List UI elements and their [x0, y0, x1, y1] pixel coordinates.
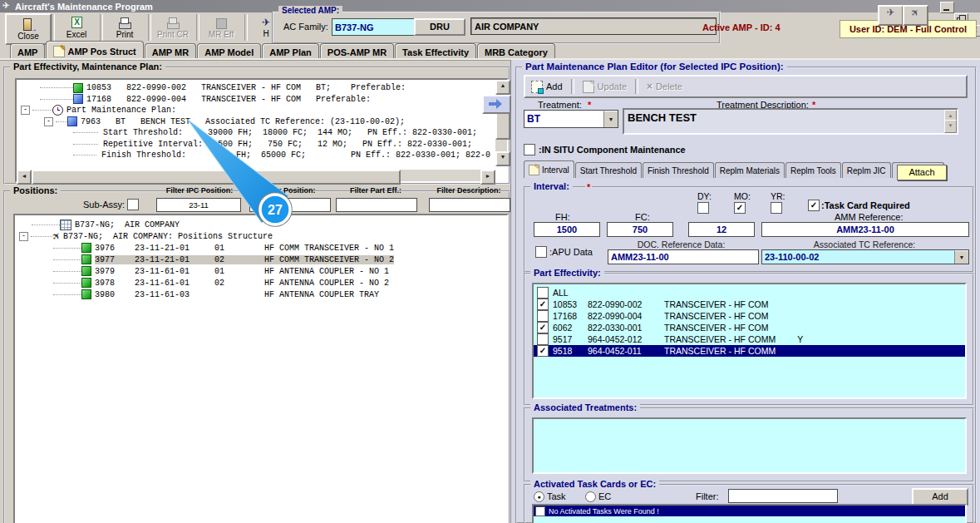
- associated-treatments-list[interactable]: [532, 417, 967, 474]
- printer-cr-icon: [165, 17, 180, 29]
- tab-start-threshold[interactable]: Start Threshold: [575, 162, 642, 178]
- filter-ipc-input[interactable]: 23-11: [156, 198, 241, 212]
- tree-row[interactable]: Finish Threshold: 000 FH; 65000 FC; PN E…: [18, 150, 490, 161]
- filter-position-input[interactable]: [249, 198, 331, 212]
- tab-mrb-category[interactable]: MRB Category: [477, 43, 555, 60]
- task-filter-input[interactable]: [728, 489, 838, 503]
- item-checkbox[interactable]: ✓: [537, 345, 549, 357]
- scrollbar-thumb[interactable]: [32, 170, 401, 185]
- list-item-selected[interactable]: ✓ 9518 964-0452-011 TRANSCEIVER - HF COM…: [534, 345, 965, 357]
- mo-input[interactable]: 12: [688, 222, 755, 237]
- plane-tool-button-1[interactable]: ✈: [878, 5, 904, 26]
- item-checkbox[interactable]: [537, 287, 549, 299]
- treatment-description-box[interactable]: BENCH TEST ▲ ▼: [623, 108, 958, 135]
- tab-amp-mr[interactable]: AMP MR: [145, 43, 196, 60]
- tree-row[interactable]: 3979 23-11-61-01 01 HF ANTENNA COUPLER -…: [17, 265, 502, 277]
- collapse-toggle[interactable]: -: [21, 106, 30, 115]
- tab-interval[interactable]: Interval: [524, 160, 574, 178]
- filter-part-eff-input[interactable]: [336, 198, 417, 212]
- tab-replm-tools[interactable]: Replm Tools: [785, 162, 841, 178]
- sub-assy-checkbox[interactable]: [127, 199, 139, 210]
- blue-cube-icon: [73, 94, 83, 104]
- list-item[interactable]: 9517 964-0452-012 TRANSCEIVER - HF COMM …: [534, 333, 965, 345]
- item-checkbox[interactable]: [537, 333, 549, 345]
- item-checkbox[interactable]: [535, 506, 545, 516]
- tab-task-effectivity[interactable]: Task Effectivity: [395, 43, 476, 60]
- task-card-required-checkbox[interactable]: ✓: [808, 200, 820, 211]
- update-page-icon: [583, 81, 594, 93]
- collapse-toggle[interactable]: -: [19, 232, 28, 241]
- list-item[interactable]: ✓ 6062 822-0330-001 TRANSCEIVER - HF COM: [534, 322, 965, 333]
- tree-row[interactable]: Start Threshold: 39000 FH; 18000 FC; 144…: [18, 127, 490, 139]
- scroll-right-icon[interactable]: ►: [480, 170, 495, 185]
- positions-tree[interactable]: B737-NG; AIR COMPANY - ✈ B737-NG; AIR CO…: [13, 214, 509, 523]
- tab-replm-materials[interactable]: Replm Materials: [715, 162, 785, 178]
- horizontal-scrollbar[interactable]: ◄ ►: [17, 170, 495, 181]
- item-checkbox[interactable]: ✓: [537, 322, 549, 333]
- collapse-toggle[interactable]: -: [44, 117, 53, 126]
- tree-row[interactable]: 3980 23-11-61-03 HF ANTENNA COUPLER TRAY: [17, 289, 502, 300]
- selected-amp-group: Selected AMP: AC Family: B737-NG ▼ DRU A…: [272, 11, 721, 44]
- part-plan-tree[interactable]: 10853 822-0990-002 TRANSCEIVER - HF COM …: [15, 78, 509, 183]
- chevron-down-icon[interactable]: ▼: [603, 111, 618, 127]
- mo-checkbox[interactable]: ✓: [734, 202, 746, 214]
- tree-row[interactable]: 3976 23-11-21-01 01 HF COMM TRANSCEIVER …: [17, 242, 502, 254]
- list-item[interactable]: ALL: [534, 287, 965, 299]
- yr-checkbox[interactable]: [771, 202, 782, 214]
- part-effectivity-list[interactable]: ALL ✓ 10853 822-0990-002 TRANSCEIVER - H…: [532, 283, 967, 399]
- treatment-combo[interactable]: BT ▼: [524, 110, 618, 128]
- part-plan-group: Part Effectivity, Maintenance Plan: 1085…: [3, 67, 510, 185]
- list-item[interactable]: ✓ 10853 822-0990-002 TRANSCEIVER - HF CO…: [534, 299, 965, 310]
- tree-row[interactable]: 10853 822-0990-002 TRANSCEIVER - HF COM …: [18, 82, 490, 94]
- dy-checkbox[interactable]: [697, 202, 709, 214]
- scroll-left-icon[interactable]: ◄: [17, 170, 32, 185]
- vertical-scrollbar[interactable]: ▲ ▼: [495, 80, 507, 166]
- print-button[interactable]: Print: [103, 13, 146, 42]
- chevron-down-icon[interactable]: ▼: [954, 250, 968, 264]
- scroll-down-icon[interactable]: ▼: [944, 120, 957, 133]
- amm-reference-input[interactable]: AMM23-11-00: [761, 222, 969, 237]
- interval-title: Interval:: [530, 181, 573, 191]
- tab-amp-plan[interactable]: AMP Plan: [262, 43, 319, 60]
- associated-tc-combo[interactable]: 23-110-00-02 ▼: [761, 249, 969, 264]
- positions-title: Positions:: [10, 185, 61, 195]
- ec-radio[interactable]: [585, 491, 596, 502]
- tree-row[interactable]: B737-NG; AIR COMPANY: [17, 219, 502, 230]
- tree-row[interactable]: - ✈ B737-NG; AIR COMPANY: Positions Stru…: [17, 230, 502, 242]
- tree-row[interactable]: 17168 822-0990-004 TRANSCEIVER - HF COM …: [18, 94, 490, 106]
- tab-amp[interactable]: AMP: [10, 43, 45, 60]
- task-add-button[interactable]: Add: [912, 488, 968, 506]
- tab-replm-jic[interactable]: Replm JIC: [842, 162, 891, 178]
- task-radio[interactable]: ●: [534, 491, 544, 502]
- tab-amp-pos-struct[interactable]: AMP Pos Struct: [46, 41, 143, 60]
- apu-data-checkbox[interactable]: [535, 246, 547, 258]
- scroll-down-icon[interactable]: ▼: [495, 151, 510, 166]
- minimize-button[interactable]: [940, 2, 954, 13]
- tab-pos-amp-mr[interactable]: POS-AMP MR: [320, 43, 394, 60]
- list-item[interactable]: 17168 822-0990-004 TRANSCEIVER - HF COM: [534, 310, 965, 322]
- plane-tool-button-2[interactable]: ✈: [903, 5, 928, 26]
- tab-finish-threshold[interactable]: Finish Threshold: [643, 162, 714, 178]
- tree-row[interactable]: - 7963 BT BENCH TEST Associated TC Refer…: [18, 116, 490, 128]
- dru-button[interactable]: DRU: [414, 18, 465, 36]
- attach-button[interactable]: Attach: [897, 165, 947, 180]
- tab-amp-model[interactable]: AMP Model: [197, 43, 261, 60]
- task-cards-list[interactable]: No Activated Tasks Were Found !: [532, 504, 967, 523]
- close-button[interactable]: Close: [5, 13, 52, 45]
- tree-row[interactable]: Repetitive Interval: 1500 FH; 750 FC; 12…: [18, 139, 490, 150]
- doc-reference-input[interactable]: AMM23-11-00: [608, 249, 759, 264]
- fh-input[interactable]: 1500: [534, 222, 600, 237]
- tree-row[interactable]: - Part Maintenance Plan:: [18, 105, 490, 116]
- item-checkbox[interactable]: ✓: [537, 299, 549, 310]
- filter-description-input[interactable]: [429, 198, 510, 212]
- fc-input[interactable]: 750: [607, 222, 673, 237]
- scroll-up-icon[interactable]: ▲: [495, 80, 510, 95]
- collapse-panel-arrow-button[interactable]: [482, 95, 511, 114]
- excel-icon: [69, 17, 84, 29]
- add-button[interactable]: Add: [525, 81, 569, 93]
- insitu-checkbox[interactable]: [524, 144, 535, 155]
- item-checkbox[interactable]: [537, 310, 549, 322]
- tree-row[interactable]: 3978 23-11-61-01 02 HF ANTENNA COUPLER -…: [17, 277, 502, 289]
- tree-row[interactable]: 3977 23-11-21-01 02 HF COMM TRANSCEIVER …: [17, 254, 502, 265]
- excel-button[interactable]: Excel: [55, 13, 98, 42]
